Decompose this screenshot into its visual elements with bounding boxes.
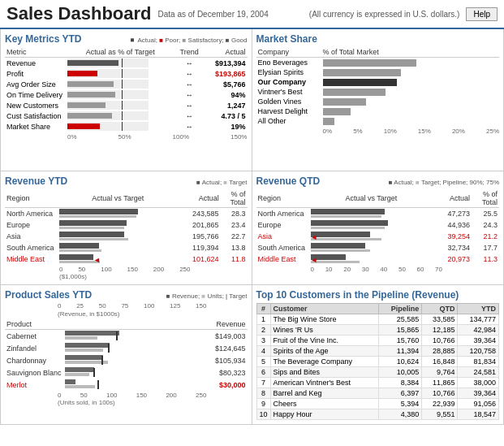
revenue-qtd-title: Revenue QTD <box>256 175 321 187</box>
customer-qtd: 9,764 <box>422 367 458 378</box>
metric-actual: 94% <box>204 89 248 100</box>
metric-trend: ↔ <box>175 68 204 79</box>
metric-actual: 1,247 <box>204 100 248 110</box>
metric-trend: ↔ <box>175 110 204 121</box>
revenue-ytd-legend: ■ Actual; ■ Target <box>196 179 247 186</box>
region-name: South America <box>5 242 58 253</box>
region-pct: 28.3 <box>221 208 248 220</box>
region-bar: ◄ <box>58 253 178 265</box>
metric-actual: 4.73 / 5 <box>204 110 248 121</box>
qtd-region-name: North America <box>256 208 309 220</box>
product-bar <box>63 354 195 366</box>
region-bar <box>58 219 178 231</box>
metric-trend: ↔ <box>175 100 204 110</box>
customer-ytd: 81,834 <box>458 357 499 367</box>
product-name: Chardonnay <box>5 354 63 366</box>
customer-pipeline: 6,397 <box>379 388 422 399</box>
customer-name: The Big Wine Store <box>270 314 379 325</box>
customer-name: American Vintner's Best <box>270 378 379 388</box>
region-name: Asia <box>5 231 58 242</box>
product-name: Sauvignon Blanc <box>5 366 63 379</box>
customer-ytd: 24,581 <box>458 367 499 378</box>
top-customers-title: Top 10 Customers in the Pipeline (Revenu… <box>256 289 459 301</box>
metric-bar <box>66 100 175 110</box>
company-bar <box>321 77 500 87</box>
company-name: Our Company <box>256 77 321 87</box>
customer-name: The Beverage Company <box>270 357 379 367</box>
revenue-ytd-table: Region Actual vs Target Actual % ofTotal… <box>5 189 248 265</box>
qtd-region-name: South America <box>256 242 309 253</box>
qtd-region-pct: 11.3 <box>472 253 499 265</box>
customer-rank: 10 <box>256 409 270 420</box>
customer-name: Wines 'R Us <box>270 325 379 336</box>
customer-rank: 4 <box>256 346 270 357</box>
company-name: Vintner's Best <box>256 87 321 97</box>
qtd-region-bar: ◄ <box>309 253 434 265</box>
help-button[interactable]: Help <box>466 7 498 21</box>
region-name: North America <box>5 208 58 220</box>
region-bar <box>58 242 178 253</box>
key-metrics-legend: ◾ Actual; ■ Poor; ■ Satisfactory; ■ Good <box>128 37 248 44</box>
company-name: Elysian Spirits <box>256 67 321 77</box>
product-bar <box>63 342 195 354</box>
customer-pipeline: 10,005 <box>379 367 422 378</box>
metric-trend: ↔ <box>175 121 204 132</box>
metric-bar <box>66 89 175 100</box>
customer-ytd: 38,000 <box>458 378 499 388</box>
qtd-region-actual: 39,254 <box>433 231 472 242</box>
region-actual: 101,624 <box>178 253 220 265</box>
company-bar <box>321 87 500 97</box>
metric-trend: ↔ <box>175 58 204 69</box>
customer-qtd: 10,766 <box>422 336 458 346</box>
product-bar <box>63 330 195 343</box>
market-share-table: Company % of Total Market Eno Beverages … <box>256 47 500 126</box>
customer-ytd: 120,758 <box>458 346 499 357</box>
customer-ytd: 18,547 <box>458 409 499 420</box>
revenue-ytd-title: Revenue YTD <box>5 175 67 187</box>
customer-pipeline: 25,585 <box>379 314 422 325</box>
metric-actual: 19% <box>204 121 248 132</box>
customer-rank: 5 <box>256 357 270 367</box>
product-sales-title: Product Sales YTD <box>5 289 92 301</box>
region-actual: 201,865 <box>178 219 220 231</box>
qtd-region-bar <box>309 219 434 231</box>
product-revenue: $30,000 <box>195 379 248 391</box>
customer-name: Happy Hour <box>270 409 379 420</box>
customer-ytd: 39,364 <box>458 336 499 346</box>
metric-name: Cust Satisfaction <box>5 110 66 121</box>
customer-rank: 6 <box>256 367 270 378</box>
region-actual: 243,585 <box>178 208 220 220</box>
company-bar <box>321 106 500 116</box>
company-bar <box>321 67 500 77</box>
customer-rank: 8 <box>256 388 270 399</box>
qtd-region-name: Europe <box>256 219 309 231</box>
region-pct: 13.8 <box>221 242 248 253</box>
metric-trend: ↔ <box>175 89 204 100</box>
metric-bar <box>66 58 175 69</box>
qtd-region-pct: 21.2 <box>472 231 499 242</box>
currency-note: (All currency is expressed in U.S. dolla… <box>309 10 460 19</box>
metric-trend: ↔ <box>175 79 204 89</box>
region-pct: 11.8 <box>221 253 248 265</box>
company-name: Eno Beverages <box>256 58 321 68</box>
qtd-region-name: Middle East <box>256 253 309 265</box>
customer-pipeline: 15,760 <box>379 336 422 346</box>
customer-pipeline: 5,394 <box>379 399 422 409</box>
revenue-qtd-legend: ■ Actual; ■ Target; Pipeline; 90%; 75% <box>389 179 499 186</box>
metric-name: On Time Delivery <box>5 89 66 100</box>
customer-pipeline: 4,380 <box>379 409 422 420</box>
product-revenue: $105,934 <box>195 354 248 366</box>
top-customers-table: # Customer Pipeline QTD YTD 1 The Big Wi… <box>256 303 500 420</box>
revenue-ytd-panel: Revenue YTD ■ Actual; ■ Target Region Ac… <box>1 171 252 285</box>
qtd-region-actual: 44,936 <box>433 219 472 231</box>
product-name: Cabernet <box>5 330 63 343</box>
region-bar <box>58 208 178 220</box>
metric-bar <box>66 79 175 89</box>
qtd-region-bar: ◄ <box>309 231 434 242</box>
qtd-region-bar <box>309 208 434 220</box>
page-title: Sales Dashboard <box>6 3 152 24</box>
metric-actual: $193,865 <box>204 68 248 79</box>
customer-qtd: 33,585 <box>422 314 458 325</box>
revenue-qtd-panel: Revenue QTD ■ Actual; ■ Target; Pipeline… <box>252 171 504 285</box>
customer-rank: 1 <box>256 314 270 325</box>
